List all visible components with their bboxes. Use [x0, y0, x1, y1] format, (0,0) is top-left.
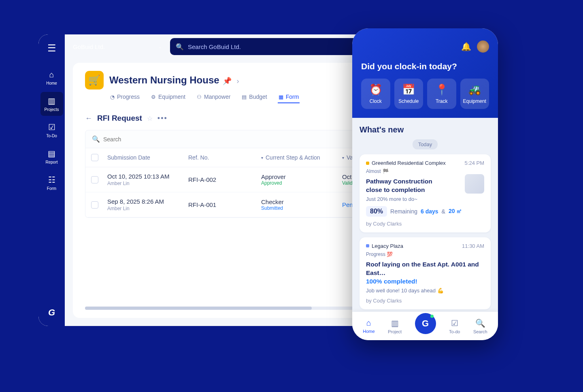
mobile-header: 🔔 Did you clock-in today? ⏰Clock 📅Schedu…	[352, 28, 498, 118]
form-icon: ☷	[48, 175, 55, 185]
card-tag: Almost	[366, 168, 381, 174]
mnav-search[interactable]: 🔍Search	[473, 318, 487, 334]
pin-icon[interactable]: 📌	[223, 77, 232, 85]
brand-logo: G	[48, 307, 55, 318]
col-ref-no[interactable]: Ref. No.	[188, 154, 261, 161]
mobile-app: 🔔 Did you clock-in today? ⏰Clock 📅Schedu…	[352, 28, 498, 340]
mnav-center-button[interactable]: G	[415, 313, 436, 334]
sidebar-item-todo[interactable]: ☑ To-Do	[40, 118, 63, 142]
sidebar-item-home[interactable]: ⌂ Home	[40, 66, 63, 89]
todo-icon: ☑	[451, 318, 458, 328]
card-thumbnail	[465, 174, 484, 194]
star-icon[interactable]: ☆	[147, 115, 153, 122]
tab-label: Equipment	[158, 94, 185, 100]
clock-icon: ⏰	[369, 83, 382, 96]
cell-step: Approver	[261, 173, 342, 180]
quick-equipment[interactable]: 🚜Equipment	[460, 79, 489, 109]
mnav-home[interactable]: ⌂Home	[363, 318, 374, 334]
sidebar-item-form[interactable]: ☷ Form	[40, 171, 63, 195]
tab-manpower[interactable]: ⚇Manpower	[196, 91, 231, 103]
col-current-step[interactable]: ▾Current Step & Action	[261, 154, 342, 161]
today-label: Today	[413, 139, 438, 149]
sidebar-label: Form	[47, 186, 56, 191]
card-tag: Progress 💯	[366, 251, 484, 257]
project-title: Western Nursing House	[109, 75, 219, 85]
cell-author: Amber Lin	[107, 181, 188, 186]
select-all-checkbox[interactable]	[91, 154, 98, 161]
cell-ref: RFI-A-001	[188, 201, 261, 208]
cell-action: Submitted	[261, 205, 342, 211]
sort-icon: ▾	[261, 156, 263, 160]
whats-new-title: What's new	[360, 125, 491, 134]
card-subtitle: Just 20% more to do~	[366, 196, 460, 202]
sort-icon: ▾	[342, 156, 344, 160]
sidebar-item-projects[interactable]: ▥ Projects	[40, 92, 63, 116]
card-subtitle: Job well done! 10 days ahead 💪	[366, 288, 484, 294]
tab-equipment[interactable]: ⚙Equipment	[150, 91, 186, 103]
home-icon: ⌂	[366, 318, 371, 328]
sidebar-label: To-Do	[46, 134, 57, 138]
card-time: 5:24 PM	[465, 160, 484, 166]
row-checkbox[interactable]	[91, 176, 98, 183]
home-icon: ⌂	[49, 70, 54, 79]
report-icon: ▤	[48, 149, 55, 158]
tab-label: Budget	[249, 94, 267, 100]
search-icon: 🔍	[92, 135, 100, 143]
equipment-icon: ⚙	[151, 94, 156, 100]
projects-icon: ▥	[48, 96, 55, 106]
bell-icon[interactable]: 🔔	[461, 42, 471, 51]
calendar-icon: 📅	[402, 83, 415, 96]
feed-card[interactable]: Legacy Plaza 11:30 AM Progress 💯 Roof la…	[360, 237, 491, 309]
todo-icon: ☑	[48, 122, 55, 132]
org-selector[interactable]: GoBuid Ltd. ⌄	[73, 43, 162, 50]
pin-map-icon: 📍	[435, 83, 448, 96]
mobile-heading: Did you clock-in today?	[361, 62, 489, 71]
form-title: RFI Request	[97, 114, 142, 123]
search-icon: 🔍	[176, 43, 184, 51]
mnav-project[interactable]: ▥Project	[388, 318, 402, 334]
card-title-line: Roof laying on the East Apt. A001 and Ea…	[366, 261, 479, 276]
mobile-bottom-nav: ⌂Home ▥Project G ☑To-do 🔍Search	[352, 312, 498, 340]
quick-clock[interactable]: ⏰Clock	[361, 79, 390, 109]
flag-icon: 🏁	[383, 168, 389, 174]
chevron-right-icon[interactable]: ›	[237, 77, 239, 85]
menu-icon[interactable]: ☰	[47, 43, 56, 54]
mobile-statusbar: 🔔	[361, 40, 489, 53]
feed-card[interactable]: Greenfield Residential Complex 5:24 PM A…	[360, 154, 491, 232]
mobile-body: What's new Today Greenfield Residential …	[352, 118, 498, 312]
progress-icon: ◔	[110, 94, 115, 100]
card-title-highlight: 100% completed!	[366, 278, 417, 285]
back-icon[interactable]: ←	[85, 114, 92, 123]
tab-budget[interactable]: ▤Budget	[241, 91, 268, 103]
cell-date: Oct 10, 2025 10:13 AM	[107, 173, 188, 180]
tab-progress[interactable]: ◔Progress	[109, 91, 140, 103]
excavator-icon: 🚜	[468, 83, 481, 96]
cell-date: Sep 8, 2025 8:26 AM	[107, 198, 188, 205]
card-metrics: 80% Remaining 6 days & 20 ㎡	[366, 206, 484, 217]
row-checkbox[interactable]	[91, 201, 98, 209]
quick-schedule[interactable]: 📅Schedule	[394, 79, 423, 109]
sidebar-label: Report	[45, 160, 57, 164]
scrollbar-thumb[interactable]	[85, 307, 312, 310]
card-author: by Cody Clarks	[366, 298, 484, 304]
avatar[interactable]	[477, 40, 489, 53]
more-icon[interactable]: •••	[157, 114, 168, 123]
card-title-line: close to completion	[366, 186, 425, 193]
cell-step: Checker	[261, 198, 342, 205]
quick-actions: ⏰Clock 📅Schedule 📍Track 🚜Equipment	[361, 79, 489, 109]
mnav-todo[interactable]: ☑To-do	[449, 318, 460, 334]
quick-track[interactable]: 📍Track	[427, 79, 456, 109]
cell-action: Approved	[261, 180, 342, 186]
sidebar-label: Projects	[44, 107, 59, 112]
manpower-icon: ⚇	[197, 94, 202, 100]
sidebar-label: Home	[46, 81, 57, 85]
tab-label: Manpower	[204, 94, 230, 100]
form-tab-icon: ▦	[279, 94, 283, 100]
org-name: GoBuid Ltd.	[73, 43, 105, 50]
cell-author: Amber Lin	[107, 206, 188, 211]
col-submission-date[interactable]: Submission Date	[107, 154, 188, 161]
sidebar-item-report[interactable]: ▤ Report	[40, 145, 63, 168]
project-icon: 🛒	[85, 71, 104, 89]
card-project: Greenfield Residential Complex	[372, 160, 446, 166]
tab-form[interactable]: ▦Form	[278, 91, 300, 103]
